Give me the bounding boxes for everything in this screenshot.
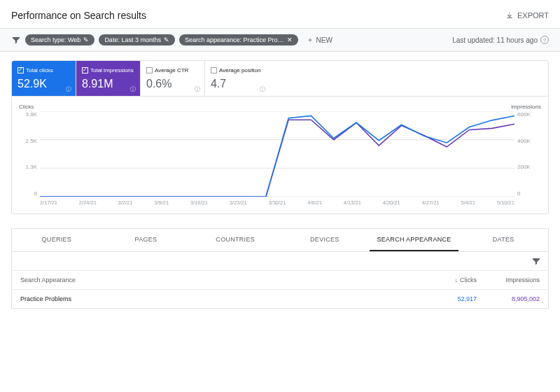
cell-impr: 8,905,002	[477, 295, 540, 302]
tab-queries[interactable]: QUERIES	[12, 229, 102, 251]
chip-search-appearance[interactable]: Search appearance: Practice Pro… ✕	[179, 34, 298, 46]
help-icon[interactable]: ?	[540, 36, 549, 44]
download-icon	[505, 11, 514, 20]
chart-svg	[40, 111, 514, 197]
export-label: EXPORT	[517, 11, 549, 20]
metric-value: 0.6%	[146, 78, 199, 90]
metric-value: 4.7	[211, 78, 264, 90]
page-title: Performance on Search results	[11, 10, 146, 21]
cell-clicks: 52,917	[421, 295, 477, 302]
chip-label: Search type: Web	[31, 36, 80, 43]
chip-label: Search appearance: Practice Pro…	[185, 36, 284, 43]
col-header-impr[interactable]: Impressions	[477, 276, 540, 284]
sort-down-icon: ↓	[455, 276, 458, 284]
col-header-clicks[interactable]: ↓ Clicks	[421, 276, 477, 284]
metric-position[interactable]: Average position 4.7 ⓘ	[205, 61, 270, 96]
col-header-sa[interactable]: Search Appearance	[20, 276, 421, 284]
metric-value: 8.91M	[82, 78, 134, 90]
checkbox-icon	[82, 67, 88, 74]
tab-dates[interactable]: DATES	[458, 229, 548, 251]
tabs: QUERIESPAGESCOUNTRIESDEVICESSEARCH APPEA…	[11, 228, 549, 251]
info-icon[interactable]: ⓘ	[66, 85, 71, 93]
y-left-ticks: 3.8K 2.5K 1.3K 0	[19, 111, 37, 197]
y-right-ticks: 600K 400K 200K 0	[517, 111, 541, 197]
last-updated-text: Last updated: 11 hours ago	[452, 36, 538, 44]
checkbox-icon	[146, 67, 153, 74]
tab-search-appearance[interactable]: SEARCH APPEARANCE	[370, 229, 459, 251]
metric-impressions[interactable]: Total impressions 8.91M ⓘ	[76, 61, 141, 96]
metric-ctr[interactable]: Average CTR 0.6% ⓘ	[141, 61, 205, 96]
close-icon[interactable]: ✕	[287, 36, 293, 43]
table-row[interactable]: Practice Problems 52,917 8,905,002	[12, 290, 548, 308]
data-table: Search Appearance ↓ Clicks Impressions P…	[11, 251, 549, 309]
info-icon[interactable]: ⓘ	[195, 85, 200, 93]
chip-date[interactable]: Date: Last 3 months ✎	[99, 34, 175, 46]
tab-devices[interactable]: DEVICES	[280, 229, 370, 251]
checkbox-icon	[18, 67, 24, 74]
filter-bar: Search type: Web ✎ Date: Last 3 months ✎…	[0, 28, 560, 52]
checkbox-icon	[211, 67, 217, 74]
metric-clicks[interactable]: Total clicks 52.9K ⓘ	[12, 61, 76, 96]
y-axis-left-label: Clicks	[19, 104, 34, 110]
y-axis-right-label: Impressions	[511, 104, 541, 110]
info-icon[interactable]: ⓘ	[130, 85, 136, 93]
new-label: NEW	[316, 36, 332, 44]
new-filter-button[interactable]: ＋ NEW	[302, 35, 337, 45]
chart: Clicks Impressions 3.8K 2.5K 1.3K 0 600K…	[11, 97, 549, 214]
cell-sa: Practice Problems	[20, 295, 421, 302]
pencil-icon: ✎	[164, 36, 169, 43]
table-filter-icon[interactable]	[531, 256, 541, 266]
pencil-icon: ✎	[83, 36, 89, 43]
metrics-row: Total clicks 52.9K ⓘ Total impressions 8…	[11, 60, 549, 97]
metric-label: Average position	[219, 67, 260, 74]
x-axis: 2/17/212/24/213/2/213/9/213/16/213/23/21…	[40, 200, 514, 209]
chip-label: Date: Last 3 months	[104, 36, 161, 43]
metric-value: 52.9K	[18, 78, 70, 90]
metric-label: Total clicks	[26, 67, 53, 74]
tab-countries[interactable]: COUNTRIES	[190, 229, 280, 251]
export-button[interactable]: EXPORT	[505, 11, 549, 20]
tab-pages[interactable]: PAGES	[102, 229, 191, 251]
last-updated: Last updated: 11 hours ago ?	[452, 36, 549, 44]
table-header: Search Appearance ↓ Clicks Impressions	[12, 271, 548, 290]
metric-label: Total impressions	[90, 67, 134, 74]
info-icon[interactable]: ⓘ	[260, 85, 265, 93]
chip-search-type[interactable]: Search type: Web ✎	[25, 34, 94, 46]
metric-label: Average CTR	[155, 67, 188, 74]
filter-icon[interactable]	[11, 35, 21, 45]
plus-icon: ＋	[307, 35, 314, 45]
